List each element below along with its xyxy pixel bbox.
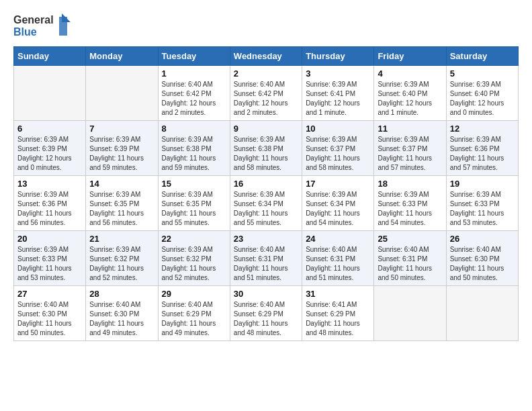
day-number: 17 — [306, 179, 370, 189]
calendar-week-row: 6Sunrise: 6:39 AMSunset: 6:39 PMDaylight… — [14, 121, 519, 176]
day-info: Sunrise: 6:39 AMSunset: 6:39 PMDaylight:… — [89, 135, 154, 173]
weekday-header-wednesday: Wednesday — [230, 47, 302, 66]
day-info: Sunrise: 6:39 AMSunset: 6:37 PMDaylight:… — [306, 135, 370, 173]
day-info: Sunrise: 6:40 AMSunset: 6:31 PMDaylight:… — [306, 245, 370, 283]
day-info: Sunrise: 6:39 AMSunset: 6:38 PMDaylight:… — [162, 135, 226, 173]
day-info: Sunrise: 6:40 AMSunset: 6:30 PMDaylight:… — [17, 300, 82, 338]
day-number: 22 — [162, 234, 226, 244]
calendar-cell: 31Sunrise: 6:41 AMSunset: 6:29 PMDayligh… — [302, 286, 374, 341]
day-info: Sunrise: 6:40 AMSunset: 6:30 PMDaylight:… — [450, 245, 515, 283]
day-number: 6 — [17, 124, 82, 134]
weekday-header-sunday: Sunday — [14, 47, 86, 66]
day-number: 8 — [162, 124, 226, 134]
day-number: 5 — [450, 68, 515, 79]
day-info: Sunrise: 6:39 AMSunset: 6:34 PMDaylight:… — [306, 190, 370, 228]
calendar-cell: 29Sunrise: 6:40 AMSunset: 6:29 PMDayligh… — [158, 286, 230, 341]
calendar-cell: 18Sunrise: 6:39 AMSunset: 6:33 PMDayligh… — [374, 176, 446, 231]
calendar-cell: 7Sunrise: 6:39 AMSunset: 6:39 PMDaylight… — [86, 121, 158, 176]
day-number: 15 — [162, 179, 226, 189]
day-info: Sunrise: 6:40 AMSunset: 6:31 PMDaylight:… — [378, 245, 442, 283]
calendar-cell — [86, 66, 158, 121]
day-number: 13 — [17, 179, 82, 189]
calendar-week-row: 27Sunrise: 6:40 AMSunset: 6:30 PMDayligh… — [14, 286, 519, 341]
calendar-cell: 23Sunrise: 6:40 AMSunset: 6:31 PMDayligh… — [230, 231, 302, 286]
day-number: 19 — [450, 179, 515, 189]
svg-text:Blue: Blue — [13, 26, 37, 38]
weekday-header-monday: Monday — [86, 47, 158, 66]
day-info: Sunrise: 6:39 AMSunset: 6:35 PMDaylight:… — [89, 190, 154, 228]
day-number: 11 — [378, 124, 442, 134]
calendar-cell: 27Sunrise: 6:40 AMSunset: 6:30 PMDayligh… — [14, 286, 86, 341]
calendar-cell: 15Sunrise: 6:39 AMSunset: 6:35 PMDayligh… — [158, 176, 230, 231]
day-number: 28 — [89, 289, 154, 299]
day-number: 4 — [378, 68, 442, 79]
day-number: 27 — [17, 289, 82, 299]
calendar-cell: 3Sunrise: 6:39 AMSunset: 6:41 PMDaylight… — [302, 66, 374, 121]
calendar-cell: 21Sunrise: 6:39 AMSunset: 6:32 PMDayligh… — [86, 231, 158, 286]
calendar-cell — [374, 286, 446, 341]
calendar-cell: 5Sunrise: 6:39 AMSunset: 6:40 PMDaylight… — [446, 66, 518, 121]
day-number: 20 — [17, 234, 82, 244]
logo: General Blue — [13, 10, 74, 40]
calendar-cell: 12Sunrise: 6:39 AMSunset: 6:36 PMDayligh… — [446, 121, 518, 176]
day-info: Sunrise: 6:40 AMSunset: 6:31 PMDaylight:… — [234, 245, 298, 283]
day-info: Sunrise: 6:39 AMSunset: 6:33 PMDaylight:… — [450, 190, 515, 228]
day-info: Sunrise: 6:39 AMSunset: 6:33 PMDaylight:… — [378, 190, 442, 228]
day-number: 7 — [89, 124, 154, 134]
weekday-header-friday: Friday — [374, 47, 446, 66]
logo-svg: General Blue — [13, 10, 74, 40]
day-info: Sunrise: 6:40 AMSunset: 6:30 PMDaylight:… — [89, 300, 154, 338]
day-info: Sunrise: 6:39 AMSunset: 6:38 PMDaylight:… — [234, 135, 298, 173]
weekday-header-saturday: Saturday — [446, 47, 518, 66]
day-info: Sunrise: 6:41 AMSunset: 6:29 PMDaylight:… — [306, 300, 370, 338]
calendar: SundayMondayTuesdayWednesdayThursdayFrid… — [13, 46, 519, 341]
day-number: 12 — [450, 124, 515, 134]
calendar-cell: 26Sunrise: 6:40 AMSunset: 6:30 PMDayligh… — [446, 231, 518, 286]
day-info: Sunrise: 6:39 AMSunset: 6:36 PMDaylight:… — [450, 135, 515, 173]
day-number: 31 — [306, 289, 370, 299]
day-number: 16 — [234, 179, 298, 189]
day-number: 30 — [234, 289, 298, 299]
day-number: 3 — [306, 68, 370, 79]
day-number: 21 — [89, 234, 154, 244]
calendar-cell: 30Sunrise: 6:40 AMSunset: 6:29 PMDayligh… — [230, 286, 302, 341]
weekday-header-tuesday: Tuesday — [158, 47, 230, 66]
day-info: Sunrise: 6:39 AMSunset: 6:37 PMDaylight:… — [378, 135, 442, 173]
calendar-week-row: 1Sunrise: 6:40 AMSunset: 6:42 PMDaylight… — [14, 66, 519, 121]
calendar-cell: 28Sunrise: 6:40 AMSunset: 6:30 PMDayligh… — [86, 286, 158, 341]
day-info: Sunrise: 6:40 AMSunset: 6:42 PMDaylight:… — [234, 80, 298, 118]
day-info: Sunrise: 6:39 AMSunset: 6:40 PMDaylight:… — [378, 80, 442, 118]
day-number: 18 — [378, 179, 442, 189]
header: General Blue — [13, 10, 519, 40]
calendar-cell: 2Sunrise: 6:40 AMSunset: 6:42 PMDaylight… — [230, 66, 302, 121]
day-number: 23 — [234, 234, 298, 244]
day-info: Sunrise: 6:39 AMSunset: 6:32 PMDaylight:… — [89, 245, 154, 283]
day-number: 24 — [306, 234, 370, 244]
calendar-week-row: 20Sunrise: 6:39 AMSunset: 6:33 PMDayligh… — [14, 231, 519, 286]
calendar-cell: 25Sunrise: 6:40 AMSunset: 6:31 PMDayligh… — [374, 231, 446, 286]
calendar-week-row: 13Sunrise: 6:39 AMSunset: 6:36 PMDayligh… — [14, 176, 519, 231]
day-info: Sunrise: 6:39 AMSunset: 6:33 PMDaylight:… — [17, 245, 82, 283]
calendar-cell: 9Sunrise: 6:39 AMSunset: 6:38 PMDaylight… — [230, 121, 302, 176]
day-number: 9 — [234, 124, 298, 134]
day-info: Sunrise: 6:39 AMSunset: 6:39 PMDaylight:… — [17, 135, 82, 173]
calendar-cell: 6Sunrise: 6:39 AMSunset: 6:39 PMDaylight… — [14, 121, 86, 176]
day-info: Sunrise: 6:39 AMSunset: 6:34 PMDaylight:… — [234, 190, 298, 228]
day-number: 29 — [162, 289, 226, 299]
calendar-cell — [446, 286, 518, 341]
calendar-cell — [14, 66, 86, 121]
day-number: 14 — [89, 179, 154, 189]
calendar-cell: 11Sunrise: 6:39 AMSunset: 6:37 PMDayligh… — [374, 121, 446, 176]
day-number: 1 — [162, 68, 226, 79]
day-info: Sunrise: 6:40 AMSunset: 6:29 PMDaylight:… — [162, 300, 226, 338]
day-info: Sunrise: 6:39 AMSunset: 6:40 PMDaylight:… — [450, 80, 515, 118]
weekday-header-row: SundayMondayTuesdayWednesdayThursdayFrid… — [14, 47, 519, 66]
svg-text:General: General — [13, 14, 54, 26]
svg-marker-3 — [62, 13, 71, 22]
day-info: Sunrise: 6:39 AMSunset: 6:41 PMDaylight:… — [306, 80, 370, 118]
calendar-cell: 14Sunrise: 6:39 AMSunset: 6:35 PMDayligh… — [86, 176, 158, 231]
calendar-cell: 24Sunrise: 6:40 AMSunset: 6:31 PMDayligh… — [302, 231, 374, 286]
calendar-cell: 1Sunrise: 6:40 AMSunset: 6:42 PMDaylight… — [158, 66, 230, 121]
calendar-cell: 13Sunrise: 6:39 AMSunset: 6:36 PMDayligh… — [14, 176, 86, 231]
calendar-cell: 10Sunrise: 6:39 AMSunset: 6:37 PMDayligh… — [302, 121, 374, 176]
